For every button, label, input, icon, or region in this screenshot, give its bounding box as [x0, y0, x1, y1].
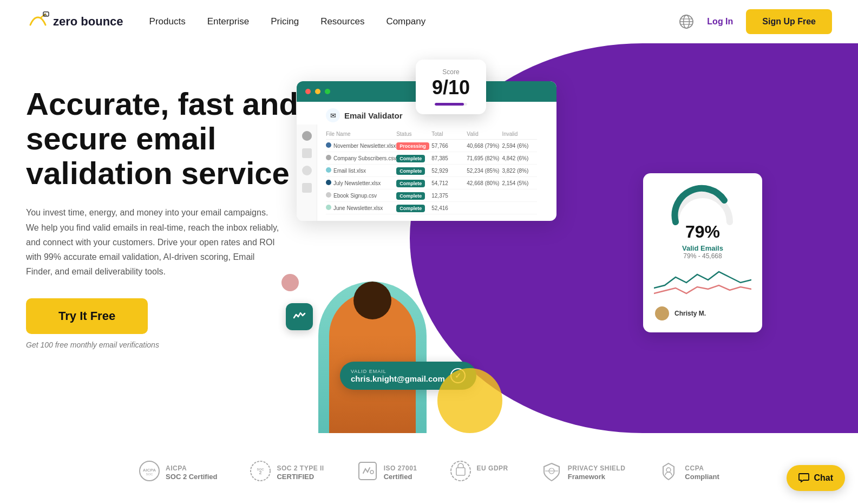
cert-ccpa-text: CCPA Compliant: [685, 464, 719, 482]
row-total: 12,375: [431, 193, 467, 199]
window-dot-red: [305, 89, 311, 94]
gauge-percent: 79%: [654, 222, 751, 242]
cert-soc2: SOC 2 SOC 2 TYPE II CERTIFIED: [250, 460, 324, 486]
table-row: Ebook Signup.csv Complete 12,375: [326, 189, 537, 202]
sidebar-icon-1: [302, 131, 312, 141]
table-header: File Name Status Total Valid Invalid: [326, 129, 537, 140]
cert-iso-text: ISO 27001 Certified: [384, 464, 417, 482]
cert-ccpa: CCPA Compliant: [658, 460, 719, 486]
cert-privacy-shield: Privacy Shield Framework: [541, 460, 626, 486]
gauge-detail: 79% - 45,668: [654, 252, 751, 260]
chat-button[interactable]: Chat: [787, 465, 845, 491]
hero-left: Accurate, fast and secure email validati…: [26, 65, 307, 349]
user-name: Christy M.: [674, 310, 706, 317]
iso-icon: [357, 460, 378, 486]
email-icon: ✉: [326, 108, 340, 122]
row-total: 54,712: [431, 180, 467, 186]
sidebar-icon-4: [302, 183, 312, 193]
logo[interactable]: zero bounce: [26, 10, 123, 34]
hero-section: Accurate, fast and secure email validati…: [0, 43, 858, 433]
window-dot-yellow: [315, 89, 320, 94]
navbar: zero bounce Products Enterprise Pricing …: [0, 0, 858, 43]
cert-aicpa-text: AICPA SOC 2 Certified: [166, 464, 217, 482]
status-badge: Complete: [396, 167, 425, 175]
valid-badge-content: VALID EMAIL chris.knight@gmail.com: [351, 369, 445, 383]
nav-products[interactable]: Products: [149, 16, 186, 27]
svg-point-14: [451, 461, 470, 481]
language-icon[interactable]: [679, 14, 694, 29]
row-invalid: 4,842 (6%): [502, 155, 537, 161]
certs-section: AICPA SOC AICPA SOC 2 Certified SOC 2 SO…: [0, 438, 858, 504]
yellow-blob: [437, 368, 502, 433]
activity-card: [286, 303, 313, 330]
table-row: November Newsletter.xlsx Processing 57,7…: [326, 140, 537, 152]
row-total: 57,766: [431, 143, 467, 149]
table-row: July Newsletter.xlsx Complete 54,712 42,…: [326, 177, 537, 189]
score-label: Score: [424, 68, 477, 76]
wave-chart: [654, 266, 751, 301]
person-image: [318, 282, 427, 433]
signup-button[interactable]: Sign Up Free: [746, 9, 832, 34]
row-valid: 71,695 (82%): [467, 155, 502, 161]
svg-text:2: 2: [259, 470, 262, 475]
svg-point-18: [666, 468, 671, 472]
card-content: ✉ Email Validator File Name Status Total…: [317, 102, 546, 221]
status-badge: Complete: [396, 192, 425, 200]
hero-title: Accurate, fast and secure email validati…: [26, 87, 307, 190]
status-badge: Complete: [396, 205, 425, 212]
row-valid: 40,668 (79%): [467, 143, 502, 149]
row-invalid: 2,594 (6%): [502, 143, 537, 149]
nav-pricing[interactable]: Pricing: [271, 16, 299, 27]
col-valid: Valid: [467, 131, 502, 137]
svg-point-13: [370, 470, 374, 474]
person-head: [353, 282, 391, 319]
score-bar-fill: [435, 103, 464, 106]
nav-resources[interactable]: Resources: [320, 16, 364, 27]
row-name: July Newsletter.xlsx: [326, 180, 396, 186]
row-name: Ebook Signup.csv: [326, 192, 396, 199]
cert-gdpr-text: EU GDPR: [477, 464, 508, 482]
col-total: Total: [431, 131, 467, 137]
row-invalid: 2,154 (5%): [502, 180, 537, 186]
col-invalid: Invalid: [502, 131, 537, 137]
ccpa-icon: [658, 460, 679, 486]
card-sidebar: [297, 125, 317, 221]
status-badge: Complete: [396, 180, 425, 187]
nav-company[interactable]: Company: [386, 16, 425, 27]
user-row: Christy M.: [654, 305, 751, 322]
cert-soc2-text: SOC 2 TYPE II CERTIFIED: [277, 464, 324, 482]
gauge-subtitle: Valid Emails: [654, 244, 751, 252]
hero-description: You invest time, energy, and money into …: [26, 205, 280, 279]
nav-links: Products Enterprise Pricing Resources Co…: [149, 16, 679, 27]
valid-email-value: chris.knight@gmail.com: [351, 374, 445, 383]
cert-gdpr: EU GDPR: [450, 460, 508, 486]
chat-label: Chat: [814, 473, 833, 483]
privacy-shield-icon: [541, 460, 562, 486]
nav-enterprise[interactable]: Enterprise: [207, 16, 249, 27]
mockup-container: Score 9/10: [275, 65, 762, 433]
status-badge: Complete: [396, 155, 425, 162]
score-value: 9/10: [424, 78, 477, 97]
score-bar: [435, 103, 467, 106]
table-row: Company Subscribers.csv Complete 87,385 …: [326, 152, 537, 165]
table-row: Email list.xlsx Complete 52,929 52,234 (…: [326, 165, 537, 177]
cert-privacy-shield-text: Privacy Shield Framework: [568, 464, 626, 482]
status-badge: Processing: [396, 142, 429, 150]
login-button[interactable]: Log In: [707, 17, 733, 27]
user-avatar: [654, 305, 670, 322]
valid-label: VALID EMAIL: [351, 369, 445, 374]
row-valid: 42,668 (80%): [467, 180, 502, 186]
col-status: Status: [396, 131, 431, 137]
row-name: November Newsletter.xlsx: [326, 142, 396, 149]
cert-aicpa: AICPA SOC AICPA SOC 2 Certified: [139, 460, 217, 486]
window-dot-green: [325, 89, 330, 94]
table-row: June Newsletter.xlsx Complete 52,416: [326, 202, 537, 214]
cert-iso: ISO 27001 Certified: [357, 460, 417, 486]
logo-text: zero bounce: [53, 15, 123, 29]
try-free-button[interactable]: Try It Free: [26, 298, 148, 334]
svg-rect-15: [456, 468, 465, 475]
nav-right: Log In Sign Up Free: [679, 9, 832, 34]
svg-text:AICPA: AICPA: [143, 468, 156, 473]
soc2-icon: SOC 2: [250, 460, 271, 486]
hero-right: Score 9/10: [307, 65, 832, 433]
